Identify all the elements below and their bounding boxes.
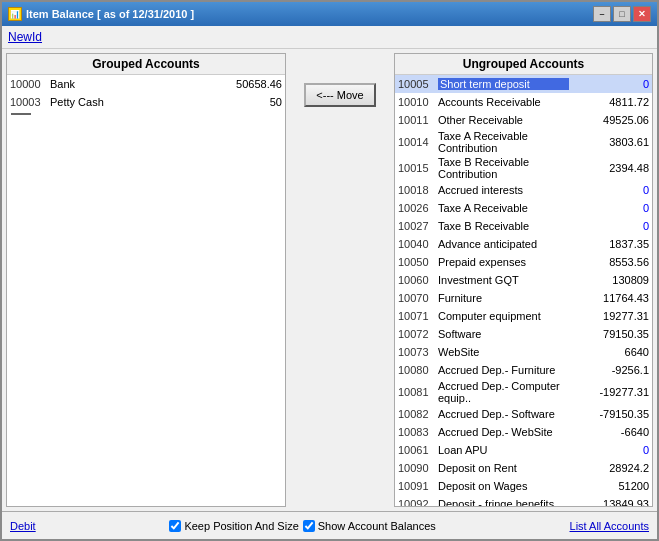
row-id: 10082 [398,408,438,420]
ungrouped-list-item[interactable]: 10061 Loan APU 0 [395,441,652,459]
ungrouped-list-item[interactable]: 10080 Accrued Dep.- Furniture -9256.1 [395,361,652,379]
row-name: Loan APU [438,444,569,456]
show-balances-checkbox[interactable] [303,520,315,532]
row-id: 10040 [398,238,438,250]
row-id: 10061 [398,444,438,456]
row-value: 51200 [569,480,649,492]
row-value: 0 [569,184,649,196]
title-bar: 📊 Item Balance [ as of 12/31/2010 ] – □ … [2,2,657,26]
row-name: Accrued Dep.- Software [438,408,569,420]
row-value: 0 [569,202,649,214]
new-id-link[interactable]: NewId [8,30,42,44]
ungrouped-list-item[interactable]: 10010 Accounts Receivable 4811.72 [395,93,652,111]
row-name: Taxe A Receivable [438,202,569,214]
ungrouped-list-item[interactable]: 10050 Prepaid expenses 8553.56 [395,253,652,271]
ungrouped-list-item[interactable]: 10090 Deposit on Rent 28924.2 [395,459,652,477]
row-id: 10083 [398,426,438,438]
divider [11,113,31,115]
row-value: 0 [569,78,649,90]
row-name: Other Receivable [438,114,569,126]
row-id: 10026 [398,202,438,214]
ungrouped-list-item[interactable]: 10071 Computer equipment 19277.31 [395,307,652,325]
ungrouped-accounts-header: Ungrouped Accounts [395,54,652,75]
row-name: Taxe B Receivable [438,220,569,232]
ungrouped-accounts-list[interactable]: 10005 Short term deposit 0 10010 Account… [395,75,652,506]
row-value: 3803.61 [569,136,649,148]
row-name: Accounts Receivable [438,96,569,108]
row-id: 10000 [10,78,50,90]
row-value: 19277.31 [569,310,649,322]
grouped-accounts-list[interactable]: 10000 Bank 50658.46 10003 Petty Cash 50 [7,75,285,506]
row-value: -19277.31 [569,386,649,398]
ungrouped-list-item[interactable]: 10027 Taxe B Receivable 0 [395,217,652,235]
footer: Debit Keep Position And Size Show Accoun… [2,511,657,539]
row-name: Deposit on Rent [438,462,569,474]
ungrouped-list-item[interactable]: 10018 Accrued interests 0 [395,181,652,199]
row-value: 11764.43 [569,292,649,304]
row-id: 10014 [398,136,438,148]
row-value: 0 [569,220,649,232]
row-value: 6640 [569,346,649,358]
row-id: 10072 [398,328,438,340]
title-controls: – □ ✕ [593,6,651,22]
row-name: Prepaid expenses [438,256,569,268]
ungrouped-list-item[interactable]: 10026 Taxe A Receivable 0 [395,199,652,217]
move-button[interactable]: <--- Move [304,83,375,107]
ungrouped-list-item[interactable]: 10091 Deposit on Wages 51200 [395,477,652,495]
ungrouped-list-item[interactable]: 10073 WebSite 6640 [395,343,652,361]
keep-position-checkbox[interactable] [169,520,181,532]
title-bar-left: 📊 Item Balance [ as of 12/31/2010 ] [8,7,194,21]
list-all-link[interactable]: List All Accounts [570,520,650,532]
row-value: 0 [569,444,649,456]
ungrouped-list-item[interactable]: 10060 Investment GQT 130809 [395,271,652,289]
grouped-accounts-panel: Grouped Accounts 10000 Bank 50658.46 100… [6,53,286,507]
maximize-button[interactable]: □ [613,6,631,22]
grouped-accounts-header: Grouped Accounts [7,54,285,75]
close-button[interactable]: ✕ [633,6,651,22]
ungrouped-list-item[interactable]: 10083 Accrued Dep.- WebSite -6640 [395,423,652,441]
window-icon: 📊 [8,7,22,21]
row-name: Investment GQT [438,274,569,286]
main-window: 📊 Item Balance [ as of 12/31/2010 ] – □ … [0,0,659,541]
ungrouped-list-item[interactable]: 10011 Other Receivable 49525.06 [395,111,652,129]
row-value: 50658.46 [202,78,282,90]
row-id: 10027 [398,220,438,232]
grouped-list-item[interactable]: 10000 Bank 50658.46 [7,75,285,93]
row-id: 10060 [398,274,438,286]
row-id: 10018 [398,184,438,196]
row-name: Software [438,328,569,340]
row-name: Accrued interests [438,184,569,196]
row-name: Computer equipment [438,310,569,322]
row-value: 13849.93 [569,498,649,506]
ungrouped-list-item[interactable]: 10070 Furniture 11764.43 [395,289,652,307]
row-id: 10090 [398,462,438,474]
row-id: 10091 [398,480,438,492]
minimize-button[interactable]: – [593,6,611,22]
show-balances-text: Show Account Balances [318,520,436,532]
ungrouped-list-item[interactable]: 10082 Accrued Dep.- Software -79150.35 [395,405,652,423]
debit-link[interactable]: Debit [10,520,36,532]
ungrouped-list-item[interactable]: 10081 Accrued Dep.- Computer equip.. -19… [395,379,652,405]
ungrouped-list-item[interactable]: 10040 Advance anticipated 1837.35 [395,235,652,253]
row-value: 28924.2 [569,462,649,474]
grouped-list-item[interactable]: 10003 Petty Cash 50 [7,93,285,111]
middle-section: <--- Move [290,53,390,507]
show-balances-label: Show Account Balances [303,520,436,532]
row-name: WebSite [438,346,569,358]
ungrouped-accounts-wrapper: Ungrouped Accounts 10005 Short term depo… [394,53,653,507]
row-name: Short term deposit [438,78,569,90]
window-title: Item Balance [ as of 12/31/2010 ] [26,8,194,20]
row-value: 49525.06 [569,114,649,126]
row-value: 50 [202,96,282,108]
row-value: 2394.48 [569,162,649,174]
ungrouped-list-item[interactable]: 10092 Deposit - fringe benefits 13849.93 [395,495,652,506]
ungrouped-list-item[interactable]: 10015 Taxe B Receivable Contribution 239… [395,155,652,181]
row-name: Advance anticipated [438,238,569,250]
footer-center: Keep Position And Size Show Account Bala… [169,520,435,532]
ungrouped-list-item[interactable]: 10005 Short term deposit 0 [395,75,652,93]
ungrouped-list-item[interactable]: 10014 Taxe A Receivable Contribution 380… [395,129,652,155]
ungrouped-accounts-panel: Ungrouped Accounts 10005 Short term depo… [394,53,653,507]
main-content: Grouped Accounts 10000 Bank 50658.46 100… [2,49,657,511]
row-name: Accrued Dep.- Furniture [438,364,569,376]
ungrouped-list-item[interactable]: 10072 Software 79150.35 [395,325,652,343]
